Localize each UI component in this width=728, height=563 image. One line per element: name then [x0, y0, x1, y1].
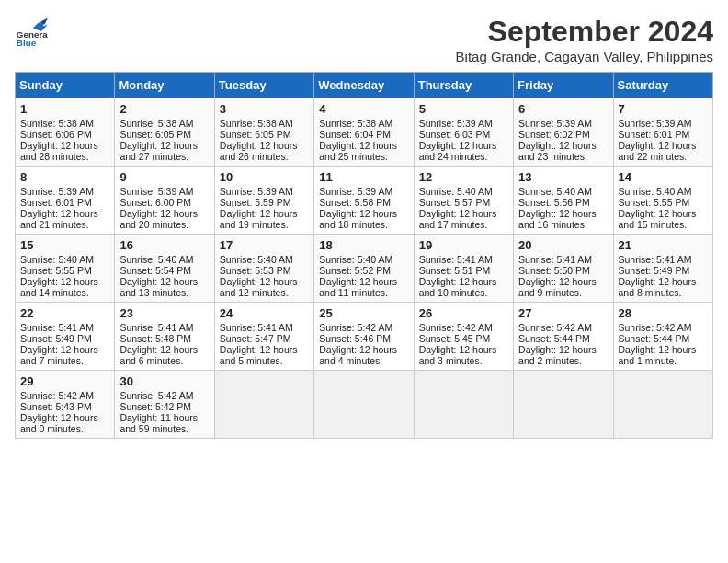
sunrise-label: Sunrise: 5:41 AM	[518, 254, 592, 265]
sunrise-label: Sunrise: 5:39 AM	[20, 186, 94, 197]
calendar-day-cell: 22 Sunrise: 5:41 AM Sunset: 5:49 PM Dayl…	[16, 303, 115, 371]
day-number: 24	[220, 306, 309, 320]
calendar-day-cell	[613, 371, 712, 439]
day-number: 9	[119, 170, 209, 184]
calendar-week-row: 1 Sunrise: 5:38 AM Sunset: 6:06 PM Dayli…	[16, 98, 713, 167]
sunrise-label: Sunrise: 5:39 AM	[220, 186, 293, 197]
day-number: 23	[119, 306, 209, 320]
month-title: September 2024	[456, 15, 713, 49]
day-number: 22	[20, 306, 109, 320]
calendar-day-cell: 21 Sunrise: 5:41 AM Sunset: 5:49 PM Dayl…	[613, 235, 712, 303]
sunset-label: Sunset: 6:01 PM	[619, 129, 690, 140]
sunset-label: Sunset: 5:49 PM	[20, 333, 92, 344]
sunrise-label: Sunrise: 5:40 AM	[319, 254, 392, 265]
daylight-label: Daylight: 12 hours and 24 minutes.	[419, 140, 497, 162]
sunset-label: Sunset: 5:42 PM	[119, 401, 191, 412]
calendar-day-cell: 12 Sunrise: 5:40 AM Sunset: 5:57 PM Dayl…	[414, 167, 513, 235]
sunrise-label: Sunrise: 5:40 AM	[119, 254, 193, 265]
day-number: 28	[619, 306, 708, 320]
sunrise-label: Sunrise: 5:42 AM	[419, 322, 493, 333]
sunrise-label: Sunrise: 5:38 AM	[20, 118, 94, 129]
daylight-label: Daylight: 12 hours and 18 minutes.	[319, 208, 397, 230]
day-number: 7	[619, 102, 708, 116]
daylight-label: Daylight: 12 hours and 1 minute.	[619, 344, 697, 366]
page-header: General Blue September 2024 Bitag Grande…	[15, 15, 713, 64]
day-number: 13	[518, 170, 608, 184]
calendar-day-cell: 8 Sunrise: 5:39 AM Sunset: 6:01 PM Dayli…	[16, 167, 115, 235]
daylight-label: Daylight: 12 hours and 23 minutes.	[518, 140, 597, 162]
sunset-label: Sunset: 5:54 PM	[119, 265, 191, 276]
daylight-label: Daylight: 12 hours and 0 minutes.	[20, 412, 98, 434]
calendar-day-cell	[314, 371, 414, 439]
daylight-label: Daylight: 12 hours and 5 minutes.	[220, 344, 298, 366]
sunrise-label: Sunrise: 5:40 AM	[518, 186, 592, 197]
day-number: 8	[20, 170, 109, 184]
calendar-day-cell: 17 Sunrise: 5:40 AM Sunset: 5:53 PM Dayl…	[214, 235, 313, 303]
calendar-day-cell: 28 Sunrise: 5:42 AM Sunset: 5:44 PM Dayl…	[613, 303, 712, 371]
sunset-label: Sunset: 5:49 PM	[619, 265, 690, 276]
calendar-day-cell: 14 Sunrise: 5:40 AM Sunset: 5:55 PM Dayl…	[613, 167, 712, 235]
daylight-label: Daylight: 12 hours and 28 minutes.	[20, 140, 98, 162]
day-of-week-header: Thursday	[414, 73, 513, 98]
daylight-label: Daylight: 12 hours and 11 minutes.	[319, 276, 397, 298]
sunrise-label: Sunrise: 5:39 AM	[119, 186, 193, 197]
calendar-day-cell: 11 Sunrise: 5:39 AM Sunset: 5:58 PM Dayl…	[314, 167, 414, 235]
daylight-label: Daylight: 12 hours and 14 minutes.	[20, 276, 98, 298]
day-number: 19	[419, 238, 508, 252]
day-number: 17	[220, 238, 309, 252]
daylight-label: Daylight: 12 hours and 19 minutes.	[220, 208, 298, 230]
sunrise-label: Sunrise: 5:39 AM	[518, 118, 592, 129]
title-block: September 2024 Bitag Grande, Cagayan Val…	[456, 15, 713, 64]
calendar-day-cell: 16 Sunrise: 5:40 AM Sunset: 5:54 PM Dayl…	[115, 235, 214, 303]
sunrise-label: Sunrise: 5:40 AM	[419, 186, 493, 197]
calendar-day-cell: 6 Sunrise: 5:39 AM Sunset: 6:02 PM Dayli…	[514, 98, 613, 167]
daylight-label: Daylight: 12 hours and 6 minutes.	[119, 344, 198, 366]
sunset-label: Sunset: 5:46 PM	[319, 333, 391, 344]
calendar-day-cell: 7 Sunrise: 5:39 AM Sunset: 6:01 PM Dayli…	[613, 98, 712, 167]
sunset-label: Sunset: 5:50 PM	[518, 265, 590, 276]
sunset-label: Sunset: 5:47 PM	[220, 333, 291, 344]
calendar-header-row: SundayMondayTuesdayWednesdayThursdayFrid…	[16, 73, 713, 98]
calendar-day-cell: 1 Sunrise: 5:38 AM Sunset: 6:06 PM Dayli…	[16, 98, 115, 167]
sunrise-label: Sunrise: 5:40 AM	[619, 186, 692, 197]
calendar-day-cell: 29 Sunrise: 5:42 AM Sunset: 5:43 PM Dayl…	[16, 371, 115, 439]
sunset-label: Sunset: 6:01 PM	[20, 197, 92, 208]
daylight-label: Daylight: 12 hours and 3 minutes.	[419, 344, 497, 366]
daylight-label: Daylight: 12 hours and 13 minutes.	[119, 276, 198, 298]
calendar-week-row: 29 Sunrise: 5:42 AM Sunset: 5:43 PM Dayl…	[16, 371, 713, 439]
day-number: 30	[119, 374, 209, 388]
daylight-label: Daylight: 12 hours and 7 minutes.	[20, 344, 98, 366]
calendar-day-cell: 27 Sunrise: 5:42 AM Sunset: 5:44 PM Dayl…	[514, 303, 613, 371]
calendar-week-row: 22 Sunrise: 5:41 AM Sunset: 5:49 PM Dayl…	[16, 303, 713, 371]
daylight-label: Daylight: 12 hours and 10 minutes.	[419, 276, 497, 298]
sunrise-label: Sunrise: 5:39 AM	[619, 118, 692, 129]
sunset-label: Sunset: 6:02 PM	[518, 129, 590, 140]
calendar-day-cell: 2 Sunrise: 5:38 AM Sunset: 6:05 PM Dayli…	[115, 98, 214, 167]
day-number: 11	[319, 170, 408, 184]
calendar-day-cell	[514, 371, 613, 439]
sunrise-label: Sunrise: 5:42 AM	[20, 390, 94, 401]
day-number: 4	[319, 102, 408, 116]
sunrise-label: Sunrise: 5:38 AM	[220, 118, 293, 129]
sunset-label: Sunset: 5:48 PM	[119, 333, 191, 344]
day-number: 27	[518, 306, 608, 320]
sunset-label: Sunset: 5:44 PM	[619, 333, 690, 344]
sunset-label: Sunset: 6:03 PM	[419, 129, 491, 140]
sunrise-label: Sunrise: 5:41 AM	[119, 322, 193, 333]
sunset-label: Sunset: 6:06 PM	[20, 129, 92, 140]
day-number: 1	[20, 102, 109, 116]
daylight-label: Daylight: 12 hours and 9 minutes.	[518, 276, 597, 298]
daylight-label: Daylight: 12 hours and 16 minutes.	[518, 208, 597, 230]
day-number: 16	[119, 238, 209, 252]
day-of-week-header: Sunday	[16, 73, 115, 98]
day-number: 5	[419, 102, 508, 116]
daylight-label: Daylight: 12 hours and 12 minutes.	[220, 276, 298, 298]
calendar-day-cell: 15 Sunrise: 5:40 AM Sunset: 5:55 PM Dayl…	[16, 235, 115, 303]
sunset-label: Sunset: 5:43 PM	[20, 401, 92, 412]
sunrise-label: Sunrise: 5:38 AM	[319, 118, 392, 129]
calendar-day-cell: 20 Sunrise: 5:41 AM Sunset: 5:50 PM Dayl…	[514, 235, 613, 303]
sunrise-label: Sunrise: 5:39 AM	[419, 118, 493, 129]
sunset-label: Sunset: 5:55 PM	[619, 197, 690, 208]
sunset-label: Sunset: 6:00 PM	[119, 197, 191, 208]
day-number: 3	[220, 102, 309, 116]
